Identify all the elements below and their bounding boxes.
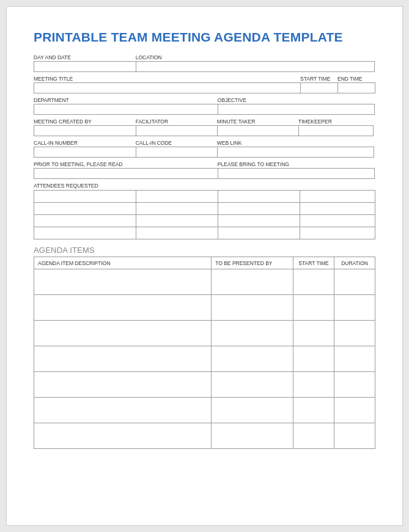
agenda-cell[interactable] [334,295,375,321]
label-location: LOCATION [136,54,375,61]
agenda-cell[interactable] [34,398,212,423]
attendee-cell[interactable] [136,203,218,215]
agenda-cell[interactable] [34,321,212,346]
label-department: DEPARTMENT [34,97,218,104]
field-created-by: MEETING CREATED BY [34,118,136,136]
attendee-cell[interactable] [300,203,375,215]
input-location[interactable] [136,61,375,72]
field-location: LOCATION [136,54,375,72]
input-end-time[interactable] [337,82,375,93]
attendee-cell[interactable] [34,203,136,215]
input-objective[interactable] [218,104,375,115]
input-department[interactable] [34,104,218,115]
attendee-cell[interactable] [300,215,375,227]
label-meeting-title: MEETING TITLE [34,76,301,82]
input-created-by[interactable] [34,125,136,136]
field-end-time: END TIME [337,76,375,93]
field-start-time: START TIME [300,76,338,93]
agenda-cell[interactable] [212,423,293,449]
agenda-table: AGENDA ITEM DESCRIPTION TO BE PRESENTED … [34,257,375,449]
field-meeting-title: MEETING TITLE [34,76,301,93]
table-row [34,346,375,372]
agenda-cell[interactable] [334,372,375,398]
input-minute-taker[interactable] [217,125,299,136]
input-facilitator[interactable] [136,125,218,136]
agenda-cell[interactable] [334,321,375,346]
agenda-cell[interactable] [293,398,334,423]
label-attendees: ATTENDEES REQUESTED [34,183,375,189]
input-please-bring[interactable] [218,168,375,179]
page-title: PRINTABLE TEAM MEETING AGENDA TEMPLATE [34,30,375,45]
input-callin-number[interactable] [34,147,136,158]
agenda-cell[interactable] [212,269,293,295]
agenda-cell[interactable] [293,295,334,321]
agenda-cell[interactable] [34,423,212,449]
field-prior-read: PRIOR TO MEETING, PLEASE READ [34,161,218,179]
attendee-cell[interactable] [218,191,300,203]
row-callin: CALL-IN NUMBER CALL-IN CODE WEB LINK [34,140,375,158]
input-day-date[interactable] [34,61,136,72]
agenda-cell[interactable] [212,398,293,423]
row-dept-objective: DEPARTMENT OBJECTIVE [34,97,375,115]
attendee-cell[interactable] [136,191,218,203]
label-web-link: WEB LINK [217,140,374,147]
label-created-by: MEETING CREATED BY [34,118,136,125]
table-row [34,191,375,203]
label-facilitator: FACILITATOR [136,118,218,125]
field-callin-number: CALL-IN NUMBER [34,140,136,158]
attendee-cell[interactable] [34,227,136,239]
attendee-cell[interactable] [218,227,300,239]
agenda-cell[interactable] [212,321,293,346]
agenda-cell[interactable] [34,346,212,372]
agenda-cell[interactable] [34,269,212,295]
agenda-cell[interactable] [334,346,375,372]
input-meeting-title[interactable] [34,82,301,93]
input-callin-code[interactable] [136,147,218,158]
agenda-cell[interactable] [34,295,212,321]
input-prior-read[interactable] [34,168,218,179]
table-row [34,372,375,398]
attendee-cell[interactable] [218,215,300,227]
attendee-cell[interactable] [218,203,300,215]
label-timekeeper: TIMEKEEPER [298,118,374,125]
agenda-header-start-time: START TIME [293,257,334,269]
agenda-cell[interactable] [212,295,293,321]
attendees-table [34,190,375,239]
row-roles: MEETING CREATED BY FACILITATOR MINUTE TA… [34,118,375,136]
attendee-cell[interactable] [34,191,136,203]
field-please-bring: PLEASE BRING TO MEETING [218,161,375,179]
input-start-time[interactable] [300,82,338,93]
agenda-cell[interactable] [212,346,293,372]
attendee-cell[interactable] [136,227,218,239]
label-end-time: END TIME [337,76,375,82]
agenda-cell[interactable] [293,321,334,346]
input-timekeeper[interactable] [298,125,374,136]
row-prior-bring: PRIOR TO MEETING, PLEASE READ PLEASE BRI… [34,161,375,179]
attendee-cell[interactable] [300,191,375,203]
attendee-cell[interactable] [136,215,218,227]
label-callin-code: CALL-IN CODE [136,140,218,147]
agenda-cell[interactable] [293,372,334,398]
attendee-cell[interactable] [300,227,375,239]
table-row [34,423,375,449]
agenda-cell[interactable] [34,372,212,398]
field-facilitator: FACILITATOR [136,118,218,136]
agenda-cell[interactable] [293,346,334,372]
agenda-cell[interactable] [334,269,375,295]
label-objective: OBJECTIVE [218,97,375,104]
attendee-cell[interactable] [34,215,136,227]
label-minute-taker: MINUTE TAKER [217,118,299,125]
table-row [34,398,375,423]
agenda-cell[interactable] [334,423,375,449]
agenda-cell[interactable] [293,423,334,449]
agenda-cell[interactable] [334,398,375,423]
label-day-date: DAY AND DATE [34,54,136,61]
agenda-cell[interactable] [212,372,293,398]
row-title-times: MEETING TITLE START TIME END TIME [34,76,375,93]
field-day-date: DAY AND DATE [34,54,136,72]
field-callin-code: CALL-IN CODE [136,140,218,158]
agenda-cell[interactable] [293,269,334,295]
input-web-link[interactable] [217,147,374,158]
section-agenda-title: AGENDA ITEMS [34,246,375,255]
table-row [34,295,375,321]
